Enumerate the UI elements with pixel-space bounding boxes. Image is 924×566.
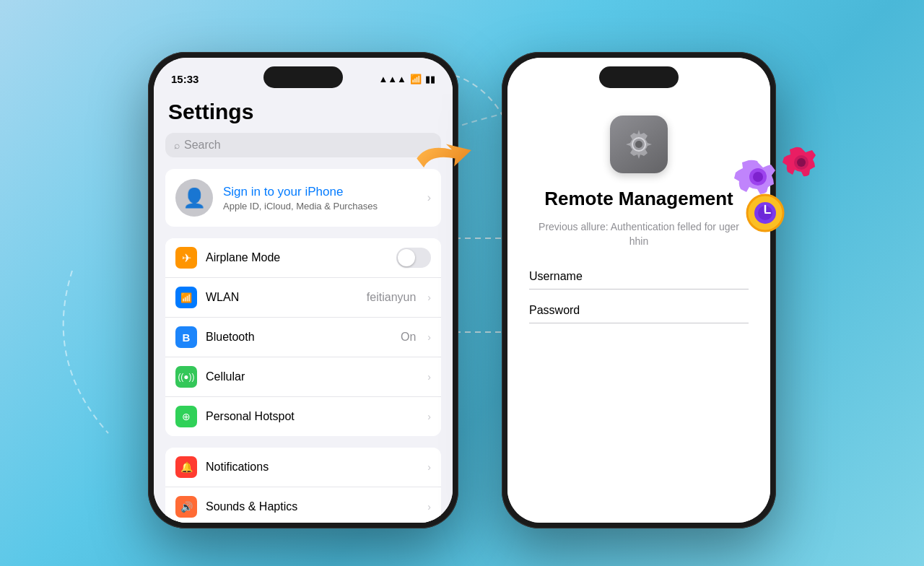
phone-right: Remote Management Previous allure: Authe…	[502, 52, 776, 528]
password-field-section: Password	[529, 304, 749, 323]
settings-item-wlan[interactable]: 📶 WLAN feitianyun ›	[165, 278, 441, 318]
settings-item-hotspot[interactable]: ⊕ Personal Hotspot ›	[165, 397, 441, 436]
signin-link: Sign in to your iPhone	[223, 185, 417, 199]
sounds-icon: 🔊	[175, 496, 197, 518]
settings-app-icon	[610, 116, 668, 173]
status-time: 15:33	[171, 73, 199, 85]
arrow-decoration	[411, 134, 484, 203]
avatar-icon: 👤	[183, 187, 206, 209]
battery-icon: ▮▮	[425, 74, 435, 84]
username-field-section: Username	[529, 270, 749, 289]
wlan-value: feitianyun	[367, 291, 417, 304]
svg-point-6	[753, 172, 763, 182]
settings-section-2: 🔔 Notifications › 🔊 Sounds & Haptics ›	[165, 448, 441, 523]
search-placeholder: Search	[184, 139, 221, 152]
username-label: Username	[529, 270, 749, 283]
settings-section-1: ✈ Airplane Mode 📶 WLAN feitianyun ›	[165, 238, 441, 436]
hotspot-icon: ⊕	[175, 406, 197, 427]
dynamic-island-left	[263, 66, 343, 88]
airplane-label: Airplane Mode	[206, 251, 388, 264]
avatar: 👤	[175, 179, 213, 217]
wifi-icon: 📶	[410, 74, 422, 84]
phone-right-screen: Remote Management Previous allure: Authe…	[507, 58, 770, 523]
hotspot-chevron-icon: ›	[427, 411, 431, 422]
profile-text: Sign in to your iPhone Apple ID, iCloud,…	[223, 185, 417, 212]
settings-item-cellular[interactable]: ((●)) Cellular ›	[165, 357, 441, 397]
wlan-icon: 📶	[175, 287, 197, 308]
signal-icon: ▲▲▲	[378, 74, 406, 84]
password-label: Password	[529, 304, 749, 317]
hotspot-label: Personal Hotspot	[206, 410, 419, 423]
settings-item-sounds[interactable]: 🔊 Sounds & Haptics ›	[165, 487, 441, 523]
gear-decoration-svg	[707, 144, 830, 253]
svg-point-8	[797, 158, 806, 167]
airplane-icon: ✈	[175, 247, 197, 269]
sounds-chevron-icon: ›	[427, 501, 431, 513]
notifications-label: Notifications	[206, 461, 419, 474]
settings-item-bluetooth[interactable]: B Bluetooth On ›	[165, 318, 441, 357]
settings-item-airplane[interactable]: ✈ Airplane Mode	[165, 238, 441, 278]
wlan-label: WLAN	[206, 291, 358, 304]
bluetooth-chevron-icon: ›	[427, 331, 431, 343]
toggle-knob	[398, 249, 415, 266]
main-scene: 15:33 ▲▲▲ 📶 ▮▮ Settings ⌕ Search	[0, 0, 924, 566]
page-title: Settings	[154, 94, 453, 133]
cellular-label: Cellular	[206, 370, 419, 383]
cellular-chevron-icon: ›	[427, 371, 431, 383]
arrow-svg	[411, 134, 484, 191]
settings-item-notifications[interactable]: 🔔 Notifications ›	[165, 448, 441, 487]
bluetooth-icon: B	[175, 326, 197, 348]
status-icons: ▲▲▲ 📶 ▮▮	[378, 74, 435, 84]
svg-point-4	[635, 141, 642, 148]
sounds-label: Sounds & Haptics	[206, 500, 419, 513]
bluetooth-label: Bluetooth	[206, 331, 392, 344]
remote-title: Remote Management	[544, 188, 733, 210]
airplane-toggle[interactable]	[396, 248, 431, 268]
notifications-icon: 🔔	[175, 456, 197, 478]
phone-left-screen: 15:33 ▲▲▲ 📶 ▮▮ Settings ⌕ Search	[154, 58, 453, 523]
dashed-lines-decoration	[0, 0, 924, 566]
search-bar[interactable]: ⌕ Search	[165, 133, 441, 157]
settings-content: Settings ⌕ Search 👤 Sign in to your iPho…	[154, 94, 453, 523]
search-icon: ⌕	[174, 139, 180, 151]
profile-subtitle: Apple ID, iCloud, Media & Purchases	[223, 201, 417, 212]
bluetooth-value: On	[401, 331, 416, 344]
gear-decorations	[707, 144, 830, 253]
profile-section[interactable]: 👤 Sign in to your iPhone Apple ID, iClou…	[165, 169, 441, 227]
dynamic-island-right	[599, 66, 679, 88]
phone-left: 15:33 ▲▲▲ 📶 ▮▮ Settings ⌕ Search	[148, 52, 458, 528]
settings-gear-icon	[619, 124, 659, 165]
notifications-chevron-icon: ›	[427, 461, 431, 473]
wlan-chevron-icon: ›	[427, 292, 431, 303]
cellular-icon: ((●))	[175, 366, 197, 388]
